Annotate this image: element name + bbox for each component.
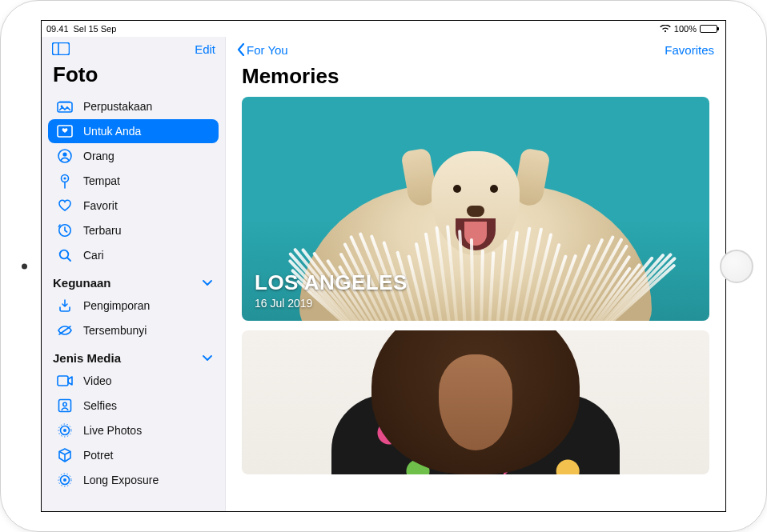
clock-icon <box>56 222 74 238</box>
sidebar-item-people[interactable]: Orang <box>48 144 219 168</box>
back-button[interactable]: For You <box>237 43 288 57</box>
sidebar-item-library[interactable]: Perpustakaan <box>48 94 219 118</box>
memory-card[interactable] <box>242 330 709 474</box>
foryou-icon <box>56 123 74 139</box>
memory-card[interactable]: LOS ANGELES 16 Jul 2019 <box>242 97 709 321</box>
sidebar-item-favorite[interactable]: Favorit <box>48 194 219 218</box>
status-bar: 09.41 Sel 15 Sep 100% <box>42 21 725 37</box>
front-camera <box>22 263 27 269</box>
sidebar-item-label: Perpustakaan <box>83 100 152 113</box>
live-icon <box>56 422 74 438</box>
status-time: 09.41 <box>46 24 69 34</box>
favorites-button[interactable]: Favorites <box>665 43 714 57</box>
sidebar-section-header[interactable]: Jenis Media <box>42 343 225 368</box>
status-battery-pct: 100% <box>674 24 697 34</box>
svg-point-17 <box>63 402 66 406</box>
page-title: Memories <box>226 62 725 97</box>
sidebar-item-recent[interactable]: Terbaru <box>48 218 219 242</box>
person-icon <box>56 148 74 164</box>
sidebar-item-places[interactable]: Tempat <box>48 169 219 193</box>
sidebar-item-label: Selfies <box>83 399 117 412</box>
sidebar-item-selfies[interactable]: Selfies <box>48 394 219 418</box>
sidebar-section-title: Kegunaan <box>53 276 111 290</box>
svg-rect-15 <box>58 376 68 386</box>
sidebar-item-foryou[interactable]: Untuk Anda <box>48 119 219 143</box>
sidebar-item-live[interactable]: Live Photos <box>48 418 219 442</box>
sidebar-item-label: Tempat <box>83 174 120 187</box>
sidebar-item-label: Terbaru <box>83 224 121 237</box>
svg-line-13 <box>67 258 70 261</box>
sidebar-item-label: Long Exposure <box>83 474 159 486</box>
sidebar-item-label: Cari <box>83 249 104 262</box>
back-label: For You <box>247 43 288 57</box>
selfie-icon <box>56 398 74 414</box>
cube-icon <box>56 447 74 463</box>
hidden-icon <box>56 322 74 338</box>
sidebar-item-label: Live Photos <box>83 424 142 437</box>
memory-title: LOS ANGELES <box>255 270 408 295</box>
sidebar-item-label: Pengimporan <box>83 299 150 312</box>
search-icon <box>56 247 74 263</box>
sidebar-section-title: Jenis Media <box>53 351 121 365</box>
chevron-down-icon <box>201 352 214 365</box>
sidebar-item-video[interactable]: Video <box>48 369 219 393</box>
sidebar-item-portrait[interactable]: Potret <box>48 443 219 467</box>
svg-point-7 <box>62 152 66 156</box>
status-date: Sel 15 Sep <box>74 24 117 34</box>
sidebar: Edit Foto PerpustakaanUntuk AndaOrangTem… <box>42 37 226 511</box>
sidebar-item-label: Favorit <box>83 199 118 212</box>
memory-caption: LOS ANGELES 16 Jul 2019 <box>255 270 408 310</box>
import-icon <box>56 298 74 314</box>
svg-point-9 <box>63 177 66 179</box>
sidebar-item-search[interactable]: Cari <box>48 243 219 267</box>
main-content: For You Favorites Memories <box>226 37 725 511</box>
svg-point-22 <box>63 478 66 482</box>
library-icon <box>56 98 74 114</box>
live-icon <box>56 472 74 488</box>
sidebar-item-label: Tersembunyi <box>83 324 147 337</box>
pin-icon <box>56 173 74 189</box>
sidebar-item-label: Untuk Anda <box>83 125 141 138</box>
sidebar-item-label: Video <box>83 374 112 387</box>
edit-button[interactable]: Edit <box>195 42 215 56</box>
home-button[interactable] <box>720 250 753 283</box>
sidebar-item-label: Orang <box>83 150 114 162</box>
svg-rect-0 <box>53 43 70 55</box>
svg-point-19 <box>63 429 66 432</box>
sidebar-item-longexp[interactable]: Long Exposure <box>48 468 219 492</box>
memory-artwork <box>347 330 604 474</box>
memory-date: 16 Jul 2019 <box>255 297 408 310</box>
chevron-down-icon <box>201 277 214 290</box>
sidebar-item-hidden[interactable]: Tersembunyi <box>48 318 219 342</box>
wifi-icon <box>660 25 671 33</box>
sidebar-toggle-icon[interactable] <box>50 40 72 58</box>
heart-icon <box>56 198 74 214</box>
battery-icon <box>700 25 717 33</box>
chevron-left-icon <box>237 43 245 56</box>
video-icon <box>56 373 74 389</box>
sidebar-section-header[interactable]: Kegunaan <box>42 268 225 293</box>
sidebar-title: Foto <box>42 59 225 94</box>
svg-rect-3 <box>59 101 70 102</box>
sidebar-item-import[interactable]: Pengimporan <box>48 294 219 318</box>
memories-list[interactable]: LOS ANGELES 16 Jul 2019 <box>226 97 725 511</box>
sidebar-item-label: Potret <box>83 449 113 462</box>
